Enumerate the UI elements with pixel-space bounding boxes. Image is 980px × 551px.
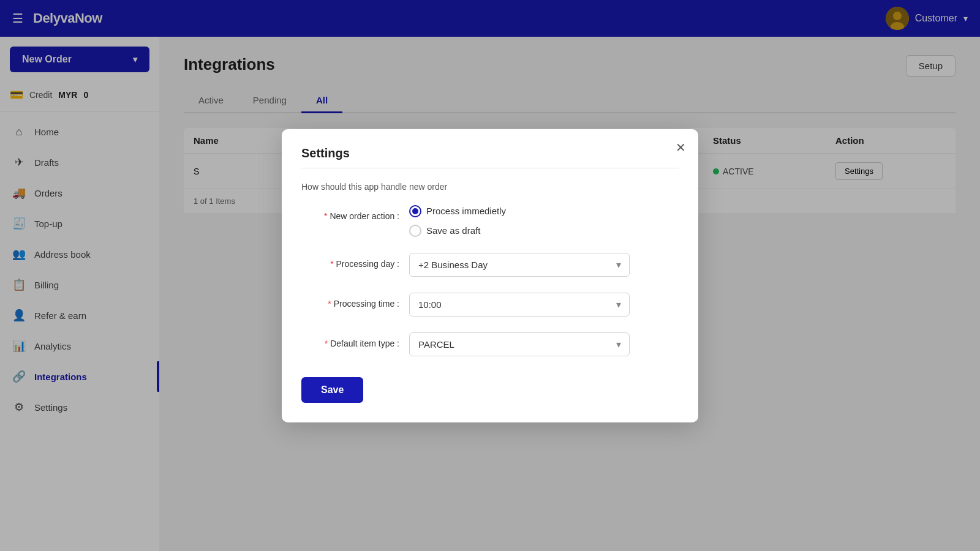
processing-day-select-wrapper: +1 Business Day +2 Business Day +3 Busin… — [409, 253, 630, 277]
default-item-type-row: * Default item type : PARCEL DOCUMENT FO… — [301, 332, 679, 356]
modal-divider — [301, 168, 679, 168]
radio-save-as-draft[interactable]: Save as draft — [409, 225, 506, 237]
default-item-type-select-wrapper: PARCEL DOCUMENT FOOD ▾ — [409, 332, 630, 356]
required-star-2: * — [330, 259, 333, 269]
save-button[interactable]: Save — [301, 377, 363, 403]
processing-day-label: * Processing day : — [301, 253, 399, 269]
default-item-type-label: * Default item type : — [301, 332, 399, 348]
processing-day-row: * Processing day : +1 Business Day +2 Bu… — [301, 253, 679, 277]
radio-process-label: Process immedietly — [426, 206, 506, 216]
required-star-1: * — [324, 211, 327, 221]
processing-time-select-wrapper: 09:00 10:00 11:00 12:00 ▾ — [409, 293, 630, 317]
modal-overlay: Settings ✕ How should this app handle ne… — [0, 0, 980, 551]
radio-group-new-order-action: Process immedietly Save as draft — [409, 205, 506, 237]
processing-time-select[interactable]: 09:00 10:00 11:00 12:00 — [409, 293, 630, 317]
processing-time-label: * Processing time : — [301, 293, 399, 309]
radio-draft-circle — [409, 225, 421, 237]
modal-title: Settings — [301, 146, 679, 160]
settings-modal: Settings ✕ How should this app handle ne… — [282, 129, 698, 422]
required-star-4: * — [325, 339, 328, 348]
processing-time-row: * Processing time : 09:00 10:00 11:00 12… — [301, 293, 679, 317]
processing-day-select[interactable]: +1 Business Day +2 Business Day +3 Busin… — [409, 253, 630, 277]
new-order-action-label: * New order action : — [301, 205, 399, 221]
radio-draft-label: Save as draft — [426, 225, 480, 236]
new-order-action-row: * New order action : Process immedietly … — [301, 205, 679, 237]
modal-close-button[interactable]: ✕ — [676, 140, 686, 155]
required-star-3: * — [328, 299, 331, 309]
default-item-type-select[interactable]: PARCEL DOCUMENT FOOD — [409, 332, 630, 356]
radio-process-circle — [409, 205, 421, 217]
modal-subtitle: How should this app handle new order — [301, 182, 679, 192]
radio-process-immediately[interactable]: Process immedietly — [409, 205, 506, 217]
